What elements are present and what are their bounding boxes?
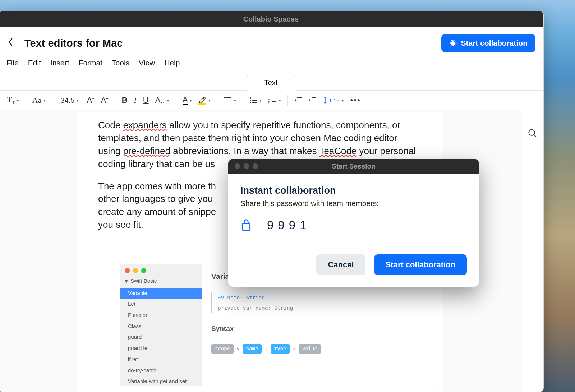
list-item: Function [120, 310, 202, 321]
list-item: do-try-catch [120, 365, 202, 376]
chevron-left-icon [8, 38, 13, 46]
formatting-toolbar: TT▾ Aa▾ 34.5▾ A− A+ B I U A..▾ A▾ ▾ ▾ [0, 90, 543, 110]
svg-rect-10 [242, 223, 250, 230]
separator [176, 95, 176, 106]
align-picker[interactable]: ▾ [222, 94, 238, 107]
line-spacing-icon [323, 97, 327, 104]
start-session-dialog: Start Session Instant collaboration Shar… [228, 159, 479, 287]
tab-row: Text [0, 74, 543, 90]
dialog-title: Start Session [228, 162, 479, 170]
svg-point-0 [452, 42, 455, 44]
menu-format[interactable]: Format [79, 59, 103, 67]
menu-view[interactable]: View [139, 59, 155, 67]
text-style-picker[interactable]: TT▾ [5, 94, 21, 107]
separator [52, 95, 52, 106]
list-item: Let [120, 299, 202, 310]
indent-icon [309, 97, 317, 103]
svg-point-4 [250, 97, 251, 99]
doc-header: Text editors for Mac Start collaboration [0, 27, 543, 56]
app-title: Collabio Spaces [243, 15, 299, 23]
list-item: guard [120, 332, 202, 343]
more-options-button[interactable]: ••• [348, 94, 363, 107]
text-color-picker[interactable]: A▾ [180, 94, 194, 107]
search-button[interactable] [528, 128, 538, 392]
list-item: Class [120, 321, 202, 332]
svg-point-9 [529, 130, 534, 135]
token-type: type [271, 344, 290, 353]
cancel-button[interactable]: Cancel [316, 254, 365, 275]
list-item: Variable with get and set [120, 376, 202, 386]
svg-text:2.: 2. [268, 101, 271, 103]
traffic-close-icon [125, 268, 130, 273]
outdent-button[interactable] [292, 94, 304, 107]
line-spacing-picker[interactable]: 1.15 ▾ [321, 94, 346, 107]
list-item: if let [120, 354, 202, 365]
search-icon [528, 128, 538, 138]
session-password: 9991 [267, 218, 310, 232]
separator [243, 95, 243, 106]
svg-point-5 [250, 100, 251, 101]
dialog-body: Instant collaboration Share this passwor… [228, 174, 479, 287]
indent-button[interactable] [307, 94, 319, 107]
underline-button[interactable]: U [141, 94, 151, 107]
embedded-sidebar: ▼ Swift Basic Variable Let Function Clas… [120, 264, 202, 386]
separator [217, 95, 217, 106]
dialog-subtitle: Share this password with team members: [240, 199, 467, 208]
right-rail [521, 110, 543, 392]
bold-button[interactable]: B [120, 94, 130, 107]
svg-text:1.: 1. [268, 97, 271, 100]
menu-help[interactable]: Help [164, 59, 180, 67]
start-collaboration-confirm-button[interactable]: Start collaboration [374, 254, 467, 275]
more-text-format-picker[interactable]: A..▾ [153, 94, 171, 107]
svg-point-6 [250, 102, 251, 103]
outdent-icon [294, 97, 302, 103]
menu-bar: File Edit Insert Format Tools View Help [0, 56, 543, 74]
embedded-group-header: ▼ Swift Basic [120, 275, 202, 288]
window-titlebar: Collabio Spaces [0, 11, 543, 27]
align-left-icon [224, 97, 232, 103]
italic-button[interactable]: I [132, 94, 139, 107]
highlight-color-picker[interactable]: ▾ [196, 94, 213, 107]
numbered-list-picker[interactable]: 1.2.▾ [266, 94, 283, 107]
bullet-list-icon [249, 97, 257, 103]
increase-font-button[interactable]: A+ [99, 94, 111, 107]
dialog-titlebar: Start Session [228, 159, 479, 174]
font-size-value: 34.5 [60, 96, 74, 105]
lock-icon [240, 218, 252, 233]
separator [288, 95, 288, 106]
token-value: value [299, 344, 321, 353]
token-eq: = [293, 345, 295, 352]
decrease-font-button[interactable]: A− [84, 94, 96, 107]
back-button[interactable] [6, 37, 14, 50]
traffic-minimize-icon [133, 268, 138, 273]
embedded-syntax-label: Syntax [211, 324, 426, 333]
separator [26, 95, 26, 106]
start-collaboration-button[interactable]: Start collaboration [441, 34, 535, 52]
collaboration-icon [449, 39, 457, 47]
highlighter-icon [198, 96, 206, 105]
token-v: v [236, 345, 239, 352]
list-item: Variable [120, 288, 202, 299]
bullet-list-picker[interactable]: ▾ [247, 94, 264, 107]
embedded-code-block: ~v name: String private var name: String [211, 292, 426, 313]
numbered-list-icon: 1.2. [268, 97, 277, 103]
token-colon: : [264, 345, 267, 352]
line-height-value: 1.15 [329, 97, 339, 103]
list-item: guard let [120, 343, 202, 354]
password-row: 9991 [240, 218, 467, 233]
tab-text[interactable]: Text [247, 75, 295, 91]
collab-button-label: Start collaboration [461, 39, 528, 47]
document-title: Text editors for Mac [24, 37, 431, 49]
font-family-picker[interactable]: Aa▾ [30, 94, 48, 107]
syntax-tokens: scope v name : type = value [211, 344, 426, 353]
dialog-heading: Instant collaboration [240, 185, 467, 196]
traffic-zoom-icon [141, 268, 146, 273]
menu-edit[interactable]: Edit [28, 59, 41, 67]
menu-file[interactable]: File [6, 59, 19, 67]
menu-insert[interactable]: Insert [50, 59, 69, 67]
token-scope: scope [211, 344, 234, 353]
menu-tools[interactable]: Tools [112, 59, 129, 67]
separator [115, 95, 115, 106]
embedded-traffic-lights [120, 264, 202, 275]
font-size-picker[interactable]: 34.5▾ [57, 94, 82, 107]
